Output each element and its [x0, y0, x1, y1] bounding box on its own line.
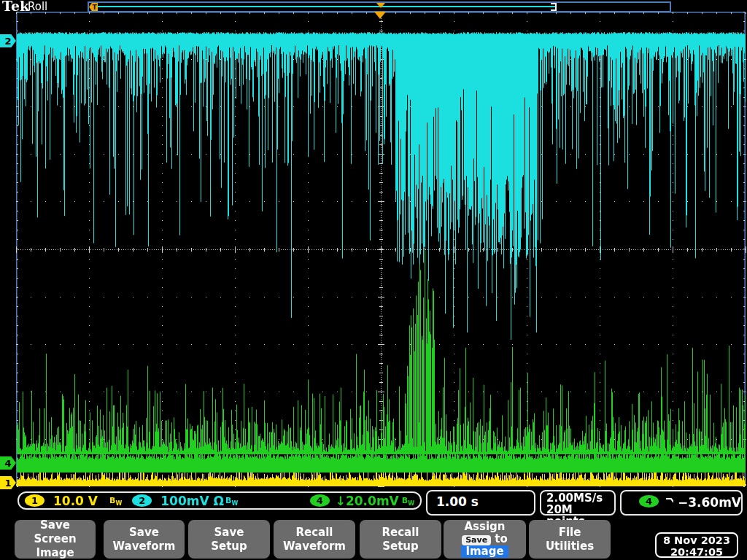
file-utilities-button[interactable]: File Utilities: [529, 520, 611, 559]
channel-1-badge[interactable]: 1: [25, 494, 44, 507]
record-preview-line: [91, 6, 557, 7]
save-key-chip: Save: [462, 535, 491, 545]
record-center-marker-icon: [376, 3, 385, 8]
trigger-source-badge: 4: [639, 495, 659, 508]
assign-target-highlight: Image: [461, 545, 508, 558]
sample-rate-readout[interactable]: 2.00MS/s 20M points: [540, 490, 616, 516]
assign-save-to-image-button[interactable]: Assign Save to Image: [444, 520, 526, 559]
channel-1-bandwidth-icon: BW: [109, 496, 122, 505]
falling-edge-icon: [665, 496, 673, 508]
expansion-point-marker-icon[interactable]: [374, 12, 386, 19]
recall-setup-button[interactable]: Recall Setup: [360, 520, 441, 559]
channel-readout-box: 1 10.0 V BW 2 100mV Ω BW 4 ↓20.0mV BW: [18, 491, 422, 510]
trigger-t-flag-icon[interactable]: T: [89, 3, 98, 11]
channel-2-badge[interactable]: 2: [132, 494, 152, 507]
datetime-display: 8 Nov 2023 20:47:05: [655, 532, 738, 558]
save-setup-button[interactable]: Save Setup: [188, 520, 270, 559]
record-end-bracket: [551, 3, 557, 11]
time-value: 20:47:05: [657, 546, 737, 558]
oscilloscope-screen: Tek Roll T 2 4 1 1 10.0 V BW 2 100mV Ω B…: [0, 0, 747, 560]
save-waveform-button[interactable]: Save Waveform: [104, 520, 185, 559]
tek-logo: Tek: [2, 0, 29, 14]
channel-4-badge[interactable]: 4: [310, 494, 330, 507]
channel-4-bandwidth-icon: BW: [402, 496, 414, 505]
channel-2-bandwidth-icon: BW: [225, 496, 238, 505]
sample-rate-value: 2.00MS/s: [546, 492, 614, 504]
channel-1-scale[interactable]: 10.0 V: [53, 494, 98, 508]
trigger-readout[interactable]: 4 −3.60mV: [620, 490, 743, 516]
waveform-display: [0, 0, 747, 560]
channel-2-scale[interactable]: 100mV Ω: [160, 494, 224, 508]
horizontal-scale-readout[interactable]: 1.00 s: [426, 490, 535, 516]
recall-waveform-button[interactable]: Recall Waveform: [274, 520, 355, 559]
trigger-level-value: −3.60mV: [678, 495, 741, 510]
acquisition-mode-label: Roll: [28, 0, 47, 13]
channel-4-readout-group: 4 ↓20.0mV BW: [310, 494, 414, 508]
save-screen-image-button[interactable]: Save Screen Image: [15, 520, 96, 559]
record-view-bar[interactable]: T: [88, 1, 671, 12]
channel-4-scale[interactable]: ↓20.0mV: [336, 494, 399, 508]
date-value: 8 Nov 2023: [657, 534, 737, 546]
